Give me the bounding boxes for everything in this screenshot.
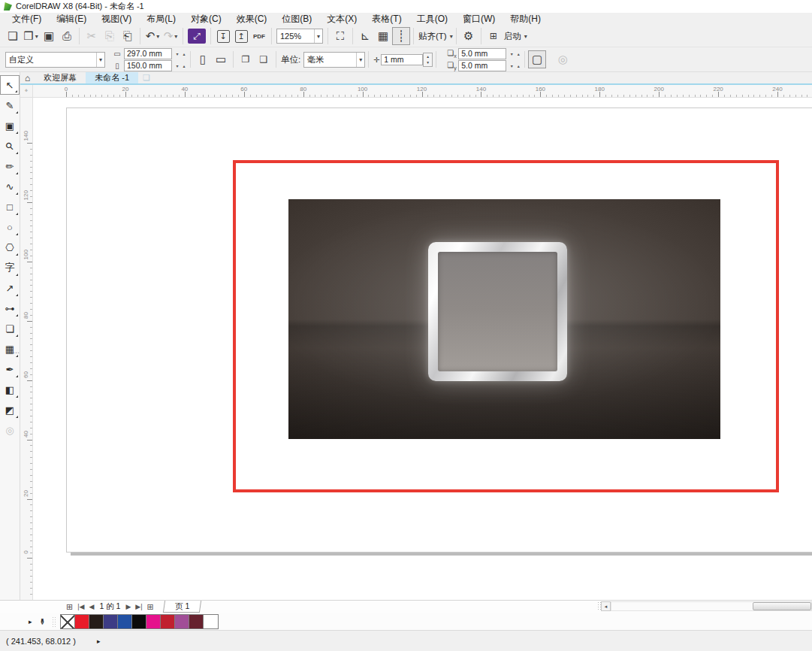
connector-tool[interactable]: ⊶ bbox=[0, 298, 20, 318]
ellipse-tool[interactable]: ○ bbox=[0, 217, 20, 237]
import-button[interactable]: ↧ bbox=[214, 27, 232, 45]
scroll-left-button[interactable]: ◂ bbox=[601, 601, 611, 611]
options-button[interactable]: ⚙ bbox=[460, 27, 478, 45]
zoom-level-combobox[interactable]: 125%▾ bbox=[276, 29, 323, 44]
menu-item-3[interactable]: 布局(L) bbox=[139, 13, 183, 26]
treat-as-filled-button[interactable]: ▢ bbox=[528, 50, 546, 68]
scrollbar-track[interactable] bbox=[611, 601, 812, 611]
nudge-distance-field[interactable]: 1 mm bbox=[381, 54, 423, 65]
dimension-tool[interactable]: ↗ bbox=[0, 278, 20, 298]
snap-to-label[interactable]: 贴齐(T) bbox=[417, 31, 448, 42]
shape-tool[interactable]: ✎ bbox=[0, 95, 20, 115]
next-page-button[interactable]: ▶ bbox=[123, 603, 133, 610]
fullscreen-preview-button[interactable]: ⛶ bbox=[331, 27, 349, 45]
status-expander-arrow[interactable]: ▸ bbox=[97, 637, 101, 645]
show-guidelines-button[interactable]: ┊ bbox=[392, 27, 410, 45]
menu-item-11[interactable]: 帮助(H) bbox=[503, 13, 548, 26]
ruler-origin-corner[interactable]: ⌖ bbox=[20, 85, 33, 98]
add-page-end-button[interactable]: ⊞ bbox=[145, 602, 156, 612]
palette-eyedropper-icon[interactable]: ✒ bbox=[37, 617, 47, 625]
no-color-swatch[interactable] bbox=[61, 615, 75, 628]
menu-item-8[interactable]: 表格(T) bbox=[364, 13, 409, 26]
menu-item-0[interactable]: 文件(F) bbox=[5, 13, 49, 26]
color-swatch-7[interactable] bbox=[175, 615, 189, 628]
menu-item-5[interactable]: 效果(C) bbox=[229, 13, 275, 26]
color-swatch-8[interactable] bbox=[189, 615, 204, 628]
drawing-canvas[interactable] bbox=[33, 98, 812, 600]
color-swatch-5[interactable] bbox=[146, 615, 161, 628]
palette-flyout-arrow[interactable]: ▸ bbox=[29, 618, 32, 625]
search-content-button[interactable]: ⤢ bbox=[188, 29, 206, 44]
duplicate-x-field[interactable]: 5.0 mm bbox=[458, 48, 506, 59]
smart-fill-tool[interactable]: ◩ bbox=[0, 400, 20, 419]
launch-icon[interactable]: ⊞ bbox=[484, 27, 503, 45]
color-swatch-2[interactable] bbox=[104, 615, 118, 628]
nudge-spinner[interactable]: ▴▾ bbox=[423, 53, 433, 67]
menu-item-4[interactable]: 对象(C) bbox=[183, 13, 229, 26]
pick-tool[interactable]: ↖ bbox=[0, 75, 20, 95]
apply-current-page-button[interactable]: ❑ bbox=[255, 50, 273, 68]
horizontal-ruler[interactable]: 020406080100120140160180200220240 bbox=[33, 85, 812, 98]
menu-item-7[interactable]: 文本(X) bbox=[319, 13, 364, 26]
show-grid-button[interactable]: ▦ bbox=[374, 27, 392, 45]
page-tab[interactable]: 页 1 bbox=[163, 601, 202, 613]
menu-item-2[interactable]: 视图(V) bbox=[94, 13, 139, 26]
new-document-button[interactable]: ❏ bbox=[4, 27, 22, 45]
duplicate-y-field[interactable]: 5.0 mm bbox=[458, 60, 506, 71]
add-page-start-button[interactable]: ⊞ bbox=[64, 602, 75, 612]
export-button[interactable]: ↥ bbox=[232, 27, 250, 45]
apply-all-pages-button[interactable]: ❐ bbox=[237, 50, 255, 68]
toolbox-overflow-ellipsis[interactable]: ⋯ bbox=[13, 349, 20, 356]
color-swatch-3[interactable] bbox=[118, 615, 132, 628]
color-swatch-6[interactable] bbox=[161, 615, 175, 628]
units-select[interactable]: 毫米 ▾ bbox=[303, 52, 365, 68]
first-page-button[interactable]: |◀ bbox=[75, 603, 86, 610]
silver-frame-object[interactable] bbox=[428, 242, 567, 381]
color-eyedropper-tool[interactable]: ✒ bbox=[0, 359, 20, 379]
portrait-orientation-button[interactable]: ▯ bbox=[194, 50, 212, 68]
last-page-button[interactable]: ▶| bbox=[133, 603, 144, 610]
color-swatch-4[interactable] bbox=[132, 615, 146, 628]
new-document-tab-icon[interactable]: ❏ bbox=[143, 73, 150, 83]
drop-shadow-tool[interactable]: ❏ bbox=[0, 319, 20, 338]
polygon-tool[interactable]: ⎔ bbox=[0, 238, 20, 257]
tab-untitled-document[interactable]: 未命名 -1 bbox=[86, 72, 138, 83]
page-width-field[interactable]: 297.0 mm bbox=[124, 48, 172, 59]
color-swatch-9[interactable] bbox=[204, 615, 218, 628]
menu-item-6[interactable]: 位图(B) bbox=[274, 13, 319, 26]
page-width-spinner[interactable]: ▾▴ bbox=[174, 49, 187, 58]
launch-label[interactable]: 启动 bbox=[503, 31, 523, 42]
show-rulers-button[interactable]: ⊾ bbox=[356, 27, 374, 45]
zoom-tool[interactable]: ⚲ bbox=[0, 136, 20, 156]
page-size-preset-select[interactable]: 自定义 ▾ bbox=[5, 52, 105, 68]
rectangle-tool[interactable]: □ bbox=[0, 197, 20, 216]
page-height-spinner[interactable]: ▾▴ bbox=[174, 61, 187, 70]
open-button[interactable]: ❒▾ bbox=[22, 27, 40, 45]
vertical-ruler[interactable]: 140120100806040200 bbox=[20, 98, 33, 600]
text-tool[interactable]: 字 bbox=[0, 258, 20, 277]
home-icon[interactable]: ⌂ bbox=[25, 73, 30, 83]
save-button[interactable]: ▣ bbox=[40, 27, 58, 45]
menu-item-9[interactable]: 工具(O) bbox=[409, 13, 455, 26]
freehand-tool[interactable]: ✏ bbox=[0, 156, 20, 176]
scrollbar-thumb[interactable] bbox=[753, 602, 811, 610]
tab-welcome-screen[interactable]: 欢迎屏幕 bbox=[35, 72, 86, 83]
undo-button[interactable]: ↶▾ bbox=[143, 27, 161, 45]
dark-backdrop-image-object[interactable] bbox=[288, 199, 720, 439]
duplicate-x-spinner[interactable]: ▾▴ bbox=[509, 49, 521, 58]
crop-tool[interactable]: ▣ bbox=[0, 116, 20, 135]
palette-grip-handle[interactable] bbox=[52, 616, 56, 627]
paste-button[interactable]: ⎗ bbox=[119, 27, 137, 45]
artistic-media-tool[interactable]: ∿ bbox=[0, 177, 20, 196]
interactive-fill-tool[interactable]: ◧ bbox=[0, 380, 20, 399]
menu-item-10[interactable]: 窗口(W) bbox=[455, 13, 503, 26]
landscape-orientation-button[interactable]: ▭ bbox=[212, 50, 230, 68]
menu-item-1[interactable]: 编辑(E) bbox=[49, 13, 94, 26]
publish-pdf-button[interactable]: PDF bbox=[250, 27, 268, 45]
color-swatch-1[interactable] bbox=[89, 615, 104, 628]
page-height-field[interactable]: 150.0 mm bbox=[124, 60, 172, 71]
previous-page-button[interactable]: ◀ bbox=[86, 603, 96, 610]
duplicate-y-spinner[interactable]: ▾▴ bbox=[509, 61, 521, 70]
color-swatch-0[interactable] bbox=[75, 615, 89, 628]
print-button[interactable]: ⎙ bbox=[58, 27, 76, 45]
